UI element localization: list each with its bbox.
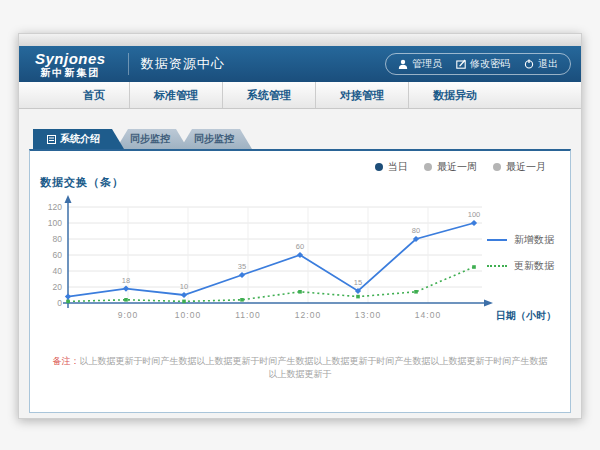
tab-bar: 系统介绍 同步监控 同步监控 bbox=[29, 129, 571, 149]
legend-updated-data-label: 更新数据 bbox=[514, 259, 554, 273]
nav-item-data-change[interactable]: 数据异动 bbox=[408, 82, 501, 108]
logout-button[interactable]: 退出 bbox=[524, 57, 558, 71]
change-password-button[interactable]: 修改密码 bbox=[456, 57, 510, 71]
admin-user-label: 管理员 bbox=[412, 57, 442, 71]
radio-last-month-label: 最近一月 bbox=[506, 160, 546, 174]
radio-today[interactable]: 当日 bbox=[375, 160, 408, 174]
radio-dot-icon bbox=[375, 163, 383, 171]
svg-text:12:00: 12:00 bbox=[295, 310, 321, 320]
svg-text:9:00: 9:00 bbox=[118, 310, 139, 320]
nav-item-system-mgmt[interactable]: 系统管理 bbox=[222, 82, 315, 108]
green-dotted-line-icon bbox=[487, 265, 507, 267]
power-icon bbox=[524, 59, 534, 69]
tab-label: 系统介绍 bbox=[60, 132, 100, 146]
legend-updated-data[interactable]: 更新数据 bbox=[487, 259, 554, 273]
svg-text:60: 60 bbox=[53, 250, 63, 260]
company-logo: Synjones 新中新集团 bbox=[35, 51, 106, 78]
chart-panel: 当日 最近一周 最近一月 数据交换（条） 0204060801001209:00… bbox=[29, 149, 571, 413]
logout-label: 退出 bbox=[538, 57, 558, 71]
logo-subtext: 新中新集团 bbox=[40, 68, 100, 78]
content-area: 系统介绍 同步监控 同步监控 当日 最近一周 bbox=[19, 109, 581, 420]
chart-legend: 新增数据 更新数据 bbox=[487, 233, 554, 273]
nav-item-interface-mgmt[interactable]: 对接管理 bbox=[315, 82, 408, 108]
svg-text:15: 15 bbox=[354, 278, 362, 287]
svg-text:35: 35 bbox=[238, 262, 246, 271]
nav-item-standard-mgmt[interactable]: 标准管理 bbox=[129, 82, 222, 108]
logo-text: Synjones bbox=[35, 51, 106, 66]
tab-label: 同步监控 bbox=[130, 132, 170, 146]
svg-text:18: 18 bbox=[122, 276, 130, 285]
footer-note-text: 以上数据更新于时间产生数据以上数据更新于时间产生数据以上数据更新于时间产生数据以… bbox=[80, 356, 548, 379]
main-nav: 首页 标准管理 系统管理 对接管理 数据异动 bbox=[19, 82, 581, 109]
time-range-filter: 当日 最近一周 最近一月 bbox=[375, 160, 546, 174]
radio-last-week-label: 最近一周 bbox=[437, 160, 477, 174]
svg-text:40: 40 bbox=[53, 266, 63, 276]
svg-text:20: 20 bbox=[53, 282, 63, 292]
svg-text:120: 120 bbox=[48, 202, 62, 212]
radio-dot-icon bbox=[493, 163, 501, 171]
line-chart-svg: 0204060801001209:0010:0011:0012:0013:001… bbox=[38, 193, 558, 331]
svg-text:0: 0 bbox=[57, 298, 62, 308]
y-axis-title: 数据交换（条） bbox=[40, 175, 124, 190]
svg-text:60: 60 bbox=[296, 242, 304, 251]
change-password-label: 修改密码 bbox=[470, 57, 510, 71]
legend-new-data-label: 新增数据 bbox=[514, 233, 554, 247]
legend-new-data[interactable]: 新增数据 bbox=[487, 233, 554, 247]
user-menu: 管理员 修改密码 退出 bbox=[385, 53, 571, 75]
svg-text:80: 80 bbox=[412, 226, 420, 235]
svg-text:13:00: 13:00 bbox=[355, 310, 381, 320]
edit-icon bbox=[456, 59, 466, 69]
radio-last-week[interactable]: 最近一周 bbox=[424, 160, 477, 174]
svg-text:14:00: 14:00 bbox=[415, 310, 441, 320]
footer-note-prefix: 备注： bbox=[53, 356, 80, 366]
app-window: Synjones 新中新集团 数据资源中心 管理员 修改密码 退出 首页 标准管… bbox=[18, 33, 582, 419]
document-icon bbox=[47, 135, 56, 144]
svg-text:10: 10 bbox=[180, 282, 188, 291]
user-icon bbox=[398, 59, 408, 69]
svg-text:10:00: 10:00 bbox=[175, 310, 201, 320]
svg-text:日期（小时）: 日期（小时） bbox=[496, 310, 556, 321]
svg-text:100: 100 bbox=[468, 210, 481, 219]
radio-today-label: 当日 bbox=[388, 160, 408, 174]
tab-sync-monitor-2[interactable]: 同步监控 bbox=[180, 129, 252, 149]
svg-text:100: 100 bbox=[48, 218, 62, 228]
tab-system-intro[interactable]: 系统介绍 bbox=[33, 129, 124, 149]
line-chart: 0204060801001209:0010:0011:0012:0013:001… bbox=[38, 193, 558, 335]
header-divider bbox=[128, 53, 129, 75]
svg-text:11:00: 11:00 bbox=[235, 310, 261, 320]
footer-note: 备注：以上数据更新于时间产生数据以上数据更新于时间产生数据以上数据更新于时间产生… bbox=[30, 355, 570, 381]
radio-last-month[interactable]: 最近一月 bbox=[493, 160, 546, 174]
svg-text:80: 80 bbox=[53, 234, 63, 244]
page-title: 数据资源中心 bbox=[141, 55, 225, 73]
window-top-strip bbox=[19, 34, 581, 46]
app-header: Synjones 新中新集团 数据资源中心 管理员 修改密码 退出 bbox=[19, 46, 581, 82]
nav-item-home[interactable]: 首页 bbox=[59, 82, 129, 108]
tab-label: 同步监控 bbox=[194, 132, 234, 146]
tab-sync-monitor-1[interactable]: 同步监控 bbox=[116, 129, 188, 149]
radio-dot-icon bbox=[424, 163, 432, 171]
blue-line-icon bbox=[487, 239, 507, 241]
admin-user-button[interactable]: 管理员 bbox=[398, 57, 442, 71]
